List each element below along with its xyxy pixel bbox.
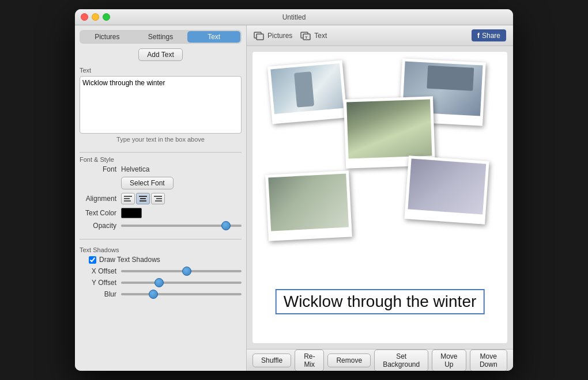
text-icon: T bbox=[300, 31, 311, 41]
set-background-button[interactable]: Set Background bbox=[374, 349, 428, 371]
svg-rect-2 bbox=[124, 200, 131, 202]
svg-rect-1 bbox=[124, 198, 130, 199]
font-name-display: Helvetica bbox=[121, 165, 149, 173]
right-panel: Pictures T Text f Share bbox=[247, 25, 513, 371]
text-color-swatch[interactable] bbox=[121, 208, 142, 218]
svg-rect-0 bbox=[124, 196, 132, 197]
opacity-row: Opacity bbox=[80, 222, 242, 230]
tab-pictures[interactable]: Pictures bbox=[81, 31, 134, 43]
alignment-label: Alignment bbox=[80, 195, 121, 203]
draw-shadows-row: Draw Text Shadows bbox=[80, 256, 242, 264]
svg-rect-6 bbox=[154, 196, 162, 197]
y-offset-row: Y Offset bbox=[80, 279, 242, 287]
x-offset-label: X Offset bbox=[80, 267, 121, 275]
app-body: Pictures Settings Text Add Text Text Wic… bbox=[75, 25, 513, 371]
text-shadows-section: Text Shadows Draw Text Shadows X Offset … bbox=[80, 246, 242, 302]
blur-row: Blur bbox=[80, 290, 242, 298]
facebook-icon: f bbox=[477, 31, 480, 40]
shuffle-button[interactable]: Shuffle bbox=[252, 354, 291, 367]
maximize-button[interactable] bbox=[103, 13, 110, 21]
blur-slider-container bbox=[121, 293, 242, 295]
opacity-slider[interactable] bbox=[121, 225, 242, 227]
text-section-label: Text bbox=[80, 67, 242, 74]
app-window: Untitled Pictures Settings Text Add Text… bbox=[75, 9, 513, 371]
select-font-button[interactable]: Select Font bbox=[121, 177, 174, 189]
font-style-section: Font & Style Font Helvetica Select Font … bbox=[80, 156, 242, 233]
add-text-button[interactable]: Add Text bbox=[138, 48, 182, 61]
svg-rect-3 bbox=[139, 196, 147, 197]
x-offset-slider[interactable] bbox=[121, 270, 242, 272]
titlebar: Untitled bbox=[75, 9, 513, 25]
remix-button[interactable]: Re-Mix bbox=[295, 349, 324, 371]
align-right-button[interactable] bbox=[151, 193, 165, 204]
font-row: Font Helvetica bbox=[80, 165, 242, 173]
share-label: Share bbox=[482, 32, 500, 40]
blur-slider[interactable] bbox=[121, 293, 242, 295]
add-text-row: Add Text bbox=[80, 48, 242, 61]
toolbar-text-label: Text bbox=[314, 32, 327, 40]
opacity-label: Opacity bbox=[80, 222, 121, 230]
text-color-row: Text Color bbox=[80, 208, 242, 218]
font-style-label: Font & Style bbox=[80, 156, 242, 163]
x-offset-row: X Offset bbox=[80, 267, 242, 275]
toolbar-pictures-label: Pictures bbox=[267, 32, 292, 40]
tab-settings[interactable]: Settings bbox=[134, 31, 187, 43]
text-overlay[interactable]: Wicklow through the winter bbox=[276, 289, 485, 314]
y-offset-slider[interactable] bbox=[121, 282, 242, 284]
opacity-slider-container bbox=[121, 225, 242, 227]
divider-2 bbox=[80, 239, 242, 240]
remove-button[interactable]: Remove bbox=[327, 354, 371, 367]
text-input[interactable]: Wicklow through the winter bbox=[80, 76, 242, 134]
alignment-row: Alignment bbox=[80, 193, 242, 204]
align-left-button[interactable] bbox=[121, 193, 135, 204]
close-button[interactable] bbox=[81, 13, 88, 21]
traffic-lights bbox=[81, 13, 110, 21]
photo-1[interactable] bbox=[267, 60, 347, 124]
canvas-area[interactable]: Wicklow through the winter bbox=[252, 52, 507, 343]
move-down-button[interactable]: Move Down bbox=[470, 349, 507, 371]
svg-rect-8 bbox=[155, 200, 162, 202]
toolbar-pictures-group: Pictures bbox=[254, 31, 292, 41]
text-shadows-label: Text Shadows bbox=[80, 246, 242, 253]
bottom-bar: Shuffle Re-Mix Remove Set Background Mov… bbox=[247, 349, 513, 371]
select-font-row: Select Font bbox=[80, 177, 242, 189]
pictures-icon bbox=[254, 31, 264, 41]
photo-5[interactable] bbox=[404, 155, 489, 224]
y-offset-label: Y Offset bbox=[80, 279, 121, 287]
toolbar-text-group: T Text bbox=[300, 31, 327, 41]
blur-label: Blur bbox=[80, 290, 121, 298]
draw-shadows-label: Draw Text Shadows bbox=[99, 256, 160, 264]
align-center-button[interactable] bbox=[136, 193, 150, 204]
font-label: Font bbox=[80, 165, 121, 173]
draw-shadows-checkbox[interactable] bbox=[89, 256, 96, 264]
svg-rect-4 bbox=[140, 198, 146, 199]
svg-rect-7 bbox=[156, 198, 162, 199]
toolbar-icons: Pictures T Text bbox=[254, 31, 327, 41]
left-panel: Pictures Settings Text Add Text Text Wic… bbox=[75, 25, 247, 371]
y-offset-slider-container bbox=[121, 282, 242, 284]
svg-rect-5 bbox=[140, 200, 146, 202]
window-title: Untitled bbox=[282, 13, 306, 21]
tab-bar: Pictures Settings Text bbox=[80, 30, 242, 44]
text-input-hint: Type your text in the box above bbox=[80, 136, 242, 143]
move-up-button[interactable]: Move Up bbox=[432, 349, 466, 371]
divider-1 bbox=[80, 152, 242, 153]
x-offset-slider-container bbox=[121, 270, 242, 272]
share-button[interactable]: f Share bbox=[472, 29, 506, 41]
text-color-label: Text Color bbox=[80, 209, 121, 217]
svg-rect-10 bbox=[257, 34, 263, 40]
right-toolbar: Pictures T Text f Share bbox=[247, 25, 513, 46]
photo-4[interactable] bbox=[265, 170, 352, 241]
svg-text:T: T bbox=[305, 35, 308, 40]
minimize-button[interactable] bbox=[92, 13, 99, 21]
tab-text[interactable]: Text bbox=[187, 31, 240, 43]
alignment-buttons bbox=[121, 193, 165, 204]
